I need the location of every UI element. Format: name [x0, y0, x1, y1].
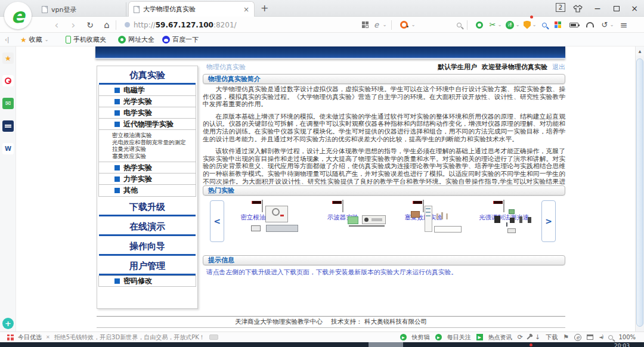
qr-code-icon[interactable]: [360, 17, 370, 33]
performance-icon[interactable]: ⟳: [518, 333, 523, 341]
menu-item-electromagnetics[interactable]: 电磁学: [99, 85, 196, 96]
bookmark-baidu[interactable]: 百度一下: [162, 33, 199, 47]
skin-icon[interactable]: [571, 3, 584, 14]
forward-button[interactable]: ›: [67, 17, 80, 33]
menu-item-other[interactable]: 其他: [99, 185, 196, 196]
menu-hamburger-icon[interactable]: ≡: [618, 17, 630, 33]
shield-dropdown-icon[interactable]: ⌄: [532, 17, 537, 33]
site-info-icon[interactable]: [123, 17, 131, 33]
experiment-thumbnail-image[interactable]: [342, 200, 343, 212]
menu-item-change-password[interactable]: 密码修改: [98, 275, 196, 287]
ie-globe-icon[interactable]: e: [574, 334, 581, 341]
browser-logo[interactable]: e: [4, 2, 32, 29]
zoom-level[interactable]: 100%: [618, 334, 636, 340]
safe-ring-icon[interactable]: [475, 17, 484, 33]
collapse-sidebar-icon[interactable]: ‹|: [5, 33, 9, 47]
zoom-magnifier-icon[interactable]: [608, 335, 613, 340]
promo-label[interactable]: 今日优选: [18, 333, 42, 342]
scrollbar-thumb[interactable]: [636, 58, 643, 327]
scroll-up-icon[interactable]: ▲: [636, 47, 644, 55]
submenu-item-raman[interactable]: 拉曼光谱实验: [112, 145, 196, 153]
menu-section-download[interactable]: 下载升级: [98, 197, 196, 215]
carousel-prev-button[interactable]: <: [210, 200, 224, 242]
so-search-logo-icon[interactable]: [398, 17, 409, 33]
ie-mode-icon[interactable]: e: [372, 17, 380, 33]
page-footer: 天津商业大学物理实验教学中心 技术支持： 科大奥锐科技有限公司: [97, 316, 565, 328]
experiment-thumbnail-image[interactable]: [503, 200, 504, 212]
ie-mode-dropdown-icon[interactable]: ⌄: [382, 17, 388, 33]
mail-icon[interactable]: ✉: [2, 98, 14, 109]
menu-item-optics[interactable]: 光学实验: [99, 96, 196, 107]
submenu-item-zeeman[interactable]: 塞曼效应实验: [112, 153, 196, 160]
experiment-thumbnail-image[interactable]: [262, 200, 263, 212]
bookmark-site-directory[interactable]: 网址大全: [118, 33, 154, 47]
experiment-thumb-light-speed[interactable]: 光强调制法测光速: [468, 200, 540, 222]
apps-grid-icon[interactable]: [553, 17, 563, 33]
word-doc-icon[interactable]: W: [2, 143, 14, 154]
tab-close-icon[interactable]: ×: [243, 5, 249, 14]
menu-item-mechanics[interactable]: 力学实验: [99, 174, 196, 185]
promo-thumbnail[interactable]: [209, 334, 218, 340]
download-label[interactable]: 下载: [546, 333, 558, 342]
translate-dropdown-icon[interactable]: ⌄: [515, 17, 520, 33]
speaker-icon[interactable]: ◄): [599, 334, 603, 340]
menu-item-thermal[interactable]: 热学实验: [99, 162, 196, 174]
promo-close-icon[interactable]: ✕: [46, 334, 50, 340]
tips-section-header: 提示信息: [203, 255, 565, 265]
tab-physics-sim[interactable]: 大学物理仿真实验 ×: [128, 1, 255, 17]
tab-vpn[interactable]: vpn登录: [37, 2, 126, 17]
submenu-item-photoelectric[interactable]: 光电效应和普朗克常量的测定: [112, 139, 196, 146]
find-icon[interactable]: [539, 17, 550, 33]
status-bar: 今日优选 ✕ 拒绝5毛钱特效，开启3D新世界，自由交易，开放式PK！ ▶ 快剪辑…: [0, 331, 644, 342]
experiment-thumbnail-image[interactable]: [423, 200, 424, 212]
favorites-star-icon[interactable]: ★: [2, 52, 14, 64]
bookmark-favorites[interactable]: ★ 收藏 ⌄: [20, 33, 48, 47]
menu-section-guide[interactable]: 操作向导: [98, 236, 196, 254]
menu-section-online-demo[interactable]: 在线演示: [98, 216, 196, 234]
undo-closed-tab-icon[interactable]: ↺: [600, 17, 609, 33]
search-icon[interactable]: [454, 17, 464, 33]
taskbar-app-segment[interactable]: [369, 342, 403, 347]
tab-count-badge[interactable]: 2: [556, 3, 565, 12]
submenu-item-millikan[interactable]: 密立根油滴实验: [112, 132, 196, 139]
translate-icon[interactable]: 译: [504, 17, 515, 33]
add-plugin-icon[interactable]: +: [2, 318, 14, 329]
logout-link[interactable]: 退出: [552, 63, 565, 72]
experiment-caption[interactable]: 塞曼效应实验: [388, 213, 459, 222]
download-arrow-icon[interactable]: ↓: [535, 333, 540, 341]
maximize-button[interactable]: [609, 3, 624, 14]
qa-app-icon[interactable]: [2, 120, 14, 132]
weibo-icon[interactable]: [2, 75, 14, 86]
page-scrollbar[interactable]: ▲: [635, 47, 644, 331]
back-button[interactable]: ‹: [50, 17, 63, 33]
hot-news-label[interactable]: 热点资讯: [488, 333, 512, 342]
refresh-button[interactable]: ↻: [83, 17, 97, 33]
experiment-thumb-oscilloscope[interactable]: 示波器实验: [307, 200, 379, 222]
minimize-button[interactable]: −: [590, 3, 605, 14]
home-button[interactable]: ⌂: [100, 17, 113, 33]
experiment-thumb-millikan[interactable]: 密立根油滴实验: [227, 200, 298, 222]
bookmark-phone-favorites[interactable]: 手机收藏夹: [66, 33, 106, 47]
promo-text[interactable]: 拒绝5毛钱特效，开启3D新世界，自由交易，开放式PK！: [54, 333, 205, 342]
headphones-icon[interactable]: [584, 17, 595, 33]
address-bar[interactable]: http://59.67.127.100:8201/: [134, 17, 237, 33]
pin-icon[interactable]: [527, 335, 531, 339]
menu-item-modern-physics[interactable]: 近代物理学实验: [99, 119, 196, 130]
menu-section-user-mgmt[interactable]: 用户管理: [98, 256, 196, 274]
screenshot-scissors-icon[interactable]: ✂: [488, 17, 497, 33]
daily-label[interactable]: 每日关注: [447, 333, 471, 342]
undo-dropdown-icon[interactable]: ⌄: [609, 17, 614, 33]
battery-saver-icon[interactable]: [568, 17, 580, 33]
favorites-dropdown-icon[interactable]: ⌄: [45, 37, 49, 42]
quick-edit-label[interactable]: 快剪辑: [412, 333, 430, 342]
screenshot-dropdown-icon[interactable]: ⌄: [497, 17, 502, 33]
security-shield-icon[interactable]: [522, 17, 532, 33]
experiment-thumb-zeeman[interactable]: 塞曼效应实验: [388, 200, 459, 222]
search-engine-dropdown-icon[interactable]: ⌄: [410, 17, 416, 33]
flag-icon[interactable]: ⚑: [563, 333, 569, 341]
window-icon[interactable]: [587, 334, 593, 340]
carousel-next-button[interactable]: >: [541, 200, 556, 242]
new-tab-button[interactable]: +: [261, 2, 268, 14]
close-button[interactable]: ×: [627, 3, 642, 14]
menu-item-electricity[interactable]: 电学实验: [99, 107, 196, 119]
